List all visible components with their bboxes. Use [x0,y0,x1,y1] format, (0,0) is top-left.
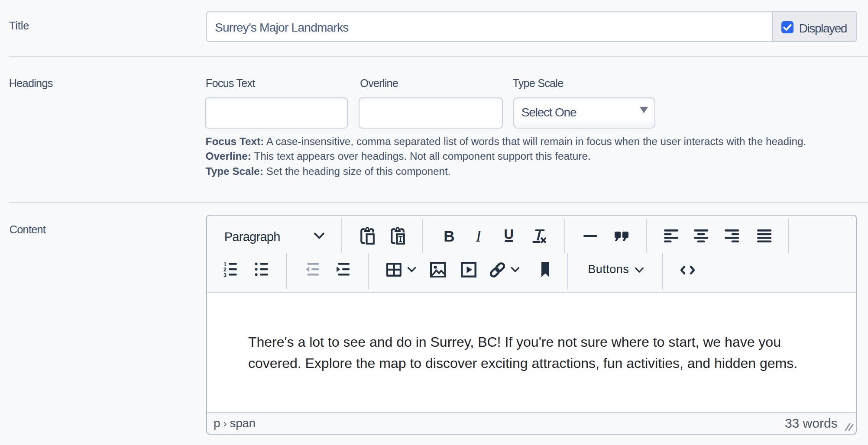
svg-text:3: 3 [223,272,227,277]
